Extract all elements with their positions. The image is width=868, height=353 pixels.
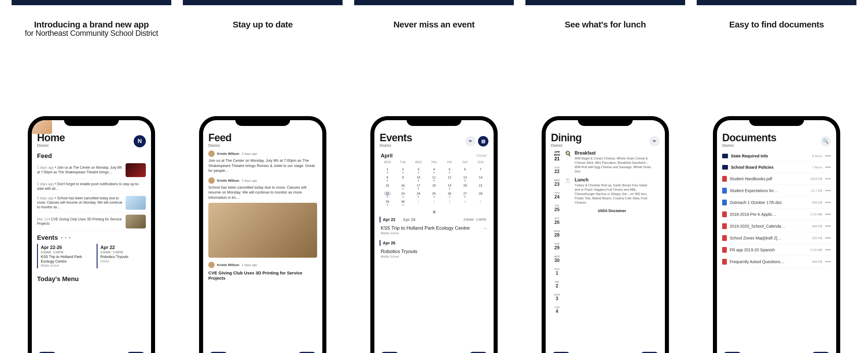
calendar-day[interactable]: 22 [384,191,391,196]
calendar-day[interactable]: 28 [473,191,488,196]
feed-post[interactable]: Kristin Willson 2 days ago Join us at Th… [208,150,317,173]
filter-button[interactable]: ⏷ [649,136,660,146]
file-row[interactable]: 2018-2019 Pre K Applic…2.53 MB••• [722,209,831,220]
school-logo-badge[interactable]: N [134,135,146,147]
calendar-day[interactable]: 29 [380,199,395,204]
more-icon[interactable]: ••• [825,236,831,241]
calendar-day[interactable]: 2 [395,167,411,172]
calendar-day[interactable]: 3 [410,167,426,172]
menu-button[interactable]: ≡Menu [552,352,570,353]
event-card[interactable]: Apr 22-26 8:00AM - 5:00PM KS5 Trip to Ho… [37,244,94,268]
calendar-day[interactable]: 30 [395,199,411,204]
feed-post[interactable]: Kristin Willson 2 days ago School has be… [208,177,317,258]
collapse-calendar-button[interactable]: ✕ [380,209,488,215]
calendar-day[interactable]: 11 [426,175,442,180]
dining-day[interactable]: TUE29 [551,242,563,250]
more-icon[interactable]: ••• [825,259,831,264]
feed-item[interactable]: 2 days ago • Don't forget to enable push… [37,180,146,193]
calendar-day[interactable]: 8 [380,175,395,180]
file-row[interactable]: FR app 2019-20 Spanish2.53 MB••• [722,244,831,256]
menu-button[interactable]: ≡Menu [723,352,741,353]
calendar-day[interactable]: 14 [473,175,488,180]
feed-item[interactable]: 5 days ago • School has been cancelled t… [37,193,146,212]
more-icon[interactable]: ••• [825,176,831,181]
calendar-day[interactable]: 5 [473,199,488,204]
calendar-day[interactable]: 18 [426,183,442,188]
usda-disclaimer[interactable]: USDA Disclaimer [564,209,660,213]
calendar-day[interactable]: 3 [442,199,458,204]
menu-button[interactable]: ≡Menu [381,352,399,353]
more-icon[interactable]: ••• [825,153,831,158]
dining-day[interactable]: WED23 [551,179,563,187]
calendar-day[interactable]: 15 [380,183,395,188]
dining-day[interactable]: FRI2 [551,281,563,289]
menu-button[interactable]: ≡ Menu [38,352,56,353]
calendar-day[interactable]: 5 [442,167,458,172]
dining-day[interactable]: TUE4 [551,306,563,314]
file-row[interactable]: Student Expectations for…12.7 KB••• [722,185,831,197]
more-icon[interactable]: ••• [825,188,831,193]
more-icon[interactable]: ••• [825,165,831,170]
calendar-day[interactable]: 7 [473,167,488,172]
schools-button[interactable]: 🏛Schools [641,352,658,353]
calendar-day[interactable]: 17 [410,183,426,188]
dining-day[interactable]: TUE22 [551,166,563,174]
calendar-day[interactable]: 6 [458,167,473,172]
calendar-day[interactable]: 4 [458,199,473,204]
event-row[interactable]: KS5 Trip to Holland Park Ecology Centre … [380,222,488,232]
feed-post[interactable]: Kristin Willson 2 days ago CVE Giving Cl… [208,262,317,281]
calendar-day[interactable]: 12 [442,175,458,180]
file-row[interactable]: 2019-2020_School_Calenda…468 KB••• [722,220,831,232]
feed-item[interactable]: 2 days ago • Join us at The Center on Mo… [37,161,146,180]
dining-day[interactable]: MON28 [551,230,563,238]
event-card[interactable]: Apr 22 8:00AM - 5:00PM Robotics Tryouts … [97,244,146,268]
dining-day[interactable]: WED30 [551,255,563,263]
dining-day[interactable]: THU24 [551,191,563,200]
dining-day[interactable]: APR MON21 [551,150,563,162]
calendar-day[interactable]: 26 [442,191,458,196]
dining-day[interactable]: MON3 [551,293,563,301]
calendar-day[interactable]: 25 [426,191,442,196]
calendar-view-button[interactable]: ▦ [478,136,488,146]
filter-button[interactable]: ⏷ [465,136,476,146]
feed-item[interactable]: Mar 12 • CVE Giving Club Uses 3D Printin… [37,212,146,231]
file-row[interactable]: Frequently Asked Questions…468 KB••• [722,256,831,268]
calendar-day[interactable]: 1 [380,167,395,172]
more-icon[interactable]: ••• [825,247,831,252]
schools-button[interactable]: 🏛Schools [812,352,830,353]
event-row[interactable]: Robotics Tryouts [380,246,488,255]
calendar-day[interactable]: 4 [426,167,442,172]
calendar-day[interactable]: 1 [410,199,426,204]
dining-day[interactable]: FRI25 [551,204,563,212]
schools-button[interactable]: 🏛Schools [298,352,316,353]
calendar-day[interactable]: 9 [395,175,411,180]
calendar-day[interactable]: 20 [458,183,473,188]
calendar-day[interactable]: 10 [410,175,426,180]
search-button[interactable]: 🔍 [820,136,831,146]
file-meta: 12.7 KB [811,189,822,192]
more-icon[interactable]: ••• [825,212,831,217]
file-row[interactable]: Student Handbooks.pdf1010 KB••• [722,173,831,185]
menu-button[interactable]: ≡Menu [210,352,227,353]
folder-row[interactable]: School Board Policies7 items••• [722,162,831,173]
dining-day[interactable]: THU1 [551,268,563,276]
schools-button[interactable]: 🏛Schools [469,352,487,353]
calendar-day[interactable]: 13 [458,175,473,180]
file-meta: 468 KB [812,224,822,228]
file-row[interactable]: School Zones Map[draft 2]…235 KB••• [722,232,831,244]
today-button[interactable]: TODAY [476,154,487,157]
calendar-day[interactable]: 16 [395,183,411,188]
calendar-day[interactable]: 24 [410,191,426,196]
file-row[interactable]: Outreach 1 October 17th.doc936 KB••• [722,197,831,209]
calendar-day[interactable]: 23 [395,191,411,196]
folder-meta: 7 items [812,166,822,169]
calendar-day[interactable]: 19 [442,183,458,188]
calendar-day[interactable]: 27 [458,191,473,196]
more-icon[interactable]: ••• [825,223,831,229]
folder-row[interactable]: State Required Info8 items••• [722,150,831,162]
schools-button[interactable]: 🏛 Schools [127,352,145,353]
more-icon[interactable]: ••• [825,200,831,205]
calendar-day[interactable]: 21 [473,183,488,188]
dining-day[interactable]: SAT26 [551,217,563,225]
calendar-day[interactable]: 2 [426,199,442,204]
